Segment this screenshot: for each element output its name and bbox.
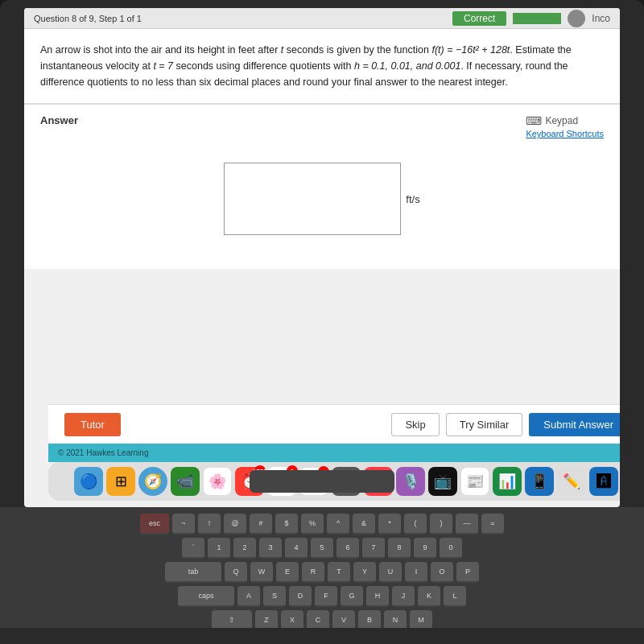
laptop-bottom — [0, 628, 644, 644]
keypad-icon: ⌨ — [526, 114, 542, 127]
dock-launchpad[interactable]: ⊞ — [106, 467, 135, 496]
skip-button[interactable]: Skip — [391, 413, 439, 436]
var-t: t — [281, 44, 283, 56]
key-plus[interactable]: = — [481, 514, 504, 535]
key-u[interactable]: U — [379, 562, 402, 583]
safari-icon: 🧭 — [144, 473, 162, 490]
key-num1[interactable]: 1 — [208, 538, 230, 559]
key-esc[interactable]: esc — [140, 514, 169, 535]
keyboard-shortcuts-link[interactable]: Keyboard Shortcuts — [526, 129, 604, 138]
dock-facetime[interactable]: 📹 — [171, 467, 200, 496]
key-h[interactable]: H — [366, 586, 389, 607]
dock-news[interactable]: 📰 — [460, 467, 489, 496]
dock-appstore[interactable]: 🅰 — [589, 467, 618, 496]
key-q[interactable]: Q — [225, 562, 247, 583]
submit-button[interactable]: Submit Answer — [529, 413, 620, 436]
key-num6[interactable]: 6 — [336, 538, 359, 559]
key-num8[interactable]: 8 — [388, 538, 411, 559]
key-tab[interactable]: tab — [165, 562, 221, 583]
laptop-outer: Question 8 of 9, Step 1 of 1 Correct Inc… — [0, 0, 644, 644]
sidecar-icon: 📱 — [530, 473, 548, 490]
dock-safari[interactable]: 🧭 — [138, 467, 167, 496]
answer-header: Answer ⌨ Keypad Keyboard Shortcuts — [40, 114, 604, 138]
key-l[interactable]: L — [444, 586, 466, 607]
answer-label: Answer — [40, 114, 78, 126]
key-w[interactable]: W — [250, 562, 273, 583]
main-content: An arrow is shot into the air and its he… — [24, 29, 620, 104]
key-backtick[interactable]: ` — [182, 538, 204, 559]
key-s[interactable]: S — [263, 586, 286, 607]
key-a[interactable]: A — [237, 586, 260, 607]
keypad-button[interactable]: ⌨ Keypad — [526, 114, 604, 127]
avatar — [568, 10, 585, 27]
key-minus[interactable]: — — [456, 514, 478, 535]
key-k[interactable]: K — [418, 586, 440, 607]
dock-podcasts[interactable]: 🎙️ — [396, 467, 425, 496]
key-num5[interactable]: 5 — [311, 538, 333, 559]
trackpad[interactable] — [250, 470, 394, 493]
key-4[interactable]: $ — [275, 514, 298, 535]
key-8[interactable]: * — [378, 514, 401, 535]
progress-bar — [513, 13, 561, 24]
question-nav: Question 8 of 9, Step 1 of 1 — [34, 14, 452, 23]
key-num4[interactable]: 4 — [285, 538, 308, 559]
news-icon: 📰 — [466, 473, 484, 490]
key-j[interactable]: J — [392, 586, 415, 607]
dock-appletv[interactable]: 📺 — [428, 467, 457, 496]
problem-text: An arrow is shot into the air and its he… — [40, 42, 604, 90]
key-6[interactable]: ^ — [327, 514, 349, 535]
key-2[interactable]: @ — [224, 514, 246, 535]
key-caps[interactable]: caps — [178, 586, 234, 607]
footer-bar: © 2021 Hawkes Learning — [48, 444, 620, 462]
dock-photos[interactable]: 🌸 — [203, 467, 232, 496]
key-num9[interactable]: 9 — [414, 538, 436, 559]
key-o[interactable]: O — [431, 562, 453, 583]
bottom-bar: Tutor Skip Try Similar Submit Answer — [48, 404, 620, 444]
key-3[interactable]: # — [250, 514, 272, 535]
photos-icon: 🌸 — [208, 473, 226, 490]
screen: Question 8 of 9, Step 1 of 1 Correct Inc… — [24, 8, 620, 507]
key-num7[interactable]: 7 — [362, 538, 385, 559]
dock-pencil[interactable]: ✏️ — [557, 467, 586, 496]
key-d[interactable]: D — [289, 586, 312, 607]
answer-input-box[interactable] — [224, 163, 401, 235]
keypad-section: ⌨ Keypad Keyboard Shortcuts — [526, 114, 604, 138]
key-r[interactable]: R — [302, 562, 324, 583]
try-similar-button[interactable]: Try Similar — [446, 413, 523, 436]
function: f(t) = −16t² + 128t — [431, 44, 510, 56]
key-1[interactable]: ! — [198, 514, 221, 535]
keyboard: esc ~ ! @ # $ % ^ & * ( ) — = ` 1 2 3 4 … — [0, 507, 644, 644]
tutor-button[interactable]: Tutor — [64, 413, 121, 436]
keypad-label: Keypad — [545, 115, 578, 126]
key-tilde[interactable]: ~ — [172, 514, 195, 535]
key-t[interactable]: T — [328, 562, 350, 583]
key-num0[interactable]: 0 — [440, 538, 462, 559]
inco-status: Inco — [592, 13, 610, 24]
key-9[interactable]: ( — [404, 514, 427, 535]
key-y[interactable]: Y — [353, 562, 376, 583]
appletv-icon: 📺 — [434, 473, 452, 490]
key-e[interactable]: E — [276, 562, 299, 583]
key-num2[interactable]: 2 — [233, 538, 256, 559]
key-g[interactable]: G — [341, 586, 363, 607]
dock-finder[interactable]: 🔵 — [74, 467, 103, 496]
key-0[interactable]: ) — [430, 514, 452, 535]
key-num3[interactable]: 3 — [259, 538, 282, 559]
key-i[interactable]: I — [405, 562, 427, 583]
dock-sidecar[interactable]: 📱 — [525, 467, 554, 496]
answer-input[interactable] — [225, 163, 400, 234]
key-5[interactable]: % — [301, 514, 324, 535]
key-row-function: esc ~ ! @ # $ % ^ & * ( ) — = — [0, 507, 644, 535]
answer-section: Answer ⌨ Keypad Keyboard Shortcuts ft/s — [24, 105, 620, 269]
dock-numbers[interactable]: 📊 — [493, 467, 522, 496]
key-f[interactable]: F — [315, 586, 337, 607]
key-p[interactable]: P — [456, 562, 479, 583]
numbers-icon: 📊 — [498, 473, 516, 490]
h-values: h = 0.1, 0.01, and 0.001 — [354, 60, 460, 72]
unit-label: ft/s — [406, 193, 419, 205]
finder-icon: 🔵 — [80, 473, 97, 490]
copyright: © 2021 Hawkes Learning — [58, 448, 148, 457]
key-7[interactable]: & — [353, 514, 375, 535]
input-area: ft/s — [201, 163, 443, 235]
correct-status: Correct — [452, 11, 506, 26]
